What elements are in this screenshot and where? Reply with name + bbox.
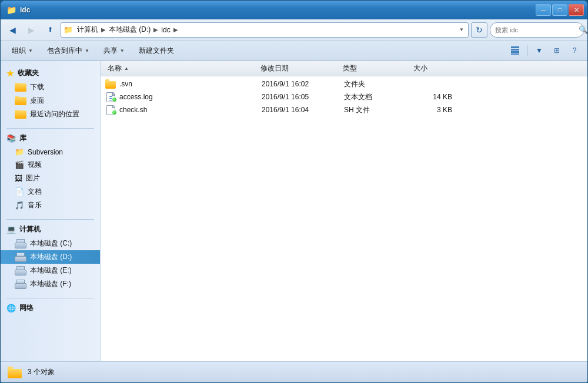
sidebar-section-computer: 💻 计算机 本地磁盘 (C:) 本地磁盘 (D:)	[1, 222, 100, 291]
breadcrumb-drive[interactable]: 本地磁盘 (D:)	[107, 24, 152, 35]
file-name-check-sh: check.sh	[119, 106, 262, 114]
help-button[interactable]: ?	[566, 43, 583, 58]
svg-rect-1	[511, 49, 519, 51]
breadcrumb-sep-3: ▶	[173, 26, 178, 33]
file-type-svn: 文件夹	[344, 79, 415, 89]
address-folder-icon: 📁	[64, 25, 73, 34]
breadcrumb: 计算机 ▶ 本地磁盘 (D:) ▶ idc ▶	[75, 24, 455, 35]
breadcrumb-idc[interactable]: idc	[159, 25, 172, 35]
sidebar-section-favorites: ★ 收藏夹 下载 桌面	[1, 66, 100, 121]
share-label: 共享	[103, 46, 118, 56]
network-label: 网络	[19, 303, 34, 313]
file-row-access-log[interactable]: access.log 2016/9/1 16:05 文本文档 14 KB	[101, 90, 587, 103]
include-library-button[interactable]: 包含到库中 ▼	[41, 43, 96, 58]
sidebar-item-drive-d[interactable]: 本地磁盘 (D:)	[1, 250, 100, 264]
view-controls: ▼ ⊞ ?	[507, 43, 583, 58]
share-dropdown-icon: ▼	[120, 48, 125, 53]
sidebar-item-images[interactable]: 🖼 图片	[1, 172, 100, 185]
drive-d-icon	[15, 253, 26, 262]
new-folder-button[interactable]: 新建文件夹	[132, 43, 181, 58]
music-icon: 🎵	[15, 201, 24, 210]
drive-e-icon	[15, 266, 26, 276]
sidebar-item-drive-e[interactable]: 本地磁盘 (E:)	[1, 264, 100, 277]
file-row-check-sh[interactable]: check.sh 2016/9/1 16:04 SH 文件 3 KB	[101, 103, 587, 116]
view-pane-button[interactable]: ⊞	[549, 43, 565, 58]
maximize-button[interactable]: □	[552, 4, 567, 16]
sidebar-divider-3	[6, 298, 94, 298]
folder-icon	[15, 110, 26, 119]
view-dropdown-button[interactable]: ▼	[531, 43, 547, 58]
include-library-dropdown-icon: ▼	[85, 48, 89, 53]
search-icon[interactable]: 🔍	[579, 25, 588, 34]
svg-rect-2	[511, 51, 519, 53]
sidebar-item-video[interactable]: 🎬 视频	[1, 158, 100, 172]
sidebar-item-label: 下载	[30, 82, 44, 92]
new-folder-label: 新建文件夹	[139, 46, 174, 56]
search-bar: 🔍	[490, 22, 584, 38]
col-header-name[interactable]: 名称 ▲	[105, 61, 258, 76]
forward-button[interactable]: ▶	[23, 22, 39, 38]
star-icon: ★	[6, 69, 14, 78]
sidebar-favorites-header[interactable]: ★ 收藏夹	[1, 66, 100, 80]
organize-dropdown-icon: ▼	[28, 48, 33, 53]
minimize-button[interactable]: ─	[536, 4, 551, 16]
sidebar-network-header[interactable]: 🌐 网络	[1, 301, 100, 315]
organize-button[interactable]: 组织 ▼	[5, 43, 39, 58]
breadcrumb-sep-2: ▶	[153, 26, 158, 33]
sidebar-section-libraries: 📚 库 📁 Subversion 🎬 视频 🖼 图片 📄 文档	[1, 131, 100, 212]
sidebar-divider-2	[6, 219, 94, 220]
sidebar-item-drive-f[interactable]: 本地磁盘 (F:)	[1, 277, 100, 291]
view-separator	[527, 45, 527, 56]
favorites-label: 收藏夹	[18, 68, 39, 78]
computer-icon: 💻	[6, 225, 16, 234]
drive-c-icon	[15, 239, 26, 248]
sidebar-item-music[interactable]: 🎵 音乐	[1, 199, 100, 212]
file-size-check-sh: 3 KB	[415, 106, 462, 114]
address-dropdown-button[interactable]: ▼	[457, 25, 466, 35]
sidebar-libraries-header[interactable]: 📚 库	[1, 131, 100, 146]
sidebar-item-desktop[interactable]: 桌面	[1, 94, 100, 107]
video-icon: 🎬	[15, 160, 24, 169]
libraries-label: 库	[19, 133, 26, 143]
col-header-date[interactable]: 修改日期	[258, 61, 340, 76]
svg-rect-0	[511, 46, 519, 48]
view-details-button[interactable]	[507, 43, 523, 58]
sidebar-item-drive-c[interactable]: 本地磁盘 (C:)	[1, 237, 100, 250]
sidebar-item-downloads[interactable]: 下载	[1, 80, 100, 94]
window-icon: 📁	[6, 5, 16, 15]
content-area: 名称 ▲ 修改日期 类型 大小	[101, 61, 587, 361]
share-button[interactable]: 共享 ▼	[97, 43, 131, 58]
up-button[interactable]: ⬆	[42, 22, 58, 38]
file-type-check-sh: SH 文件	[344, 105, 415, 115]
file-list: .svn 2016/9/1 16:02 文件夹	[101, 76, 587, 361]
file-date-svn: 2016/9/1 16:02	[262, 80, 344, 88]
file-row-svn[interactable]: .svn 2016/9/1 16:02 文件夹	[101, 78, 587, 90]
statusbar-count: 3 个对象	[28, 367, 55, 377]
sidebar-computer-header[interactable]: 💻 计算机	[1, 222, 100, 237]
sidebar-item-documents[interactable]: 📄 文档	[1, 185, 100, 199]
sort-arrow-name: ▲	[124, 66, 129, 71]
sidebar-item-label: 本地磁盘 (D:)	[30, 252, 72, 262]
col-header-type[interactable]: 类型	[340, 61, 411, 76]
close-button[interactable]: ✕	[569, 4, 584, 16]
back-button[interactable]: ◀	[4, 22, 21, 38]
main-area: ★ 收藏夹 下载 桌面	[1, 61, 587, 361]
sidebar-item-label: 视频	[28, 160, 42, 170]
file-icon-check-sh	[105, 105, 116, 115]
sidebar-item-subversion[interactable]: 📁 Subversion	[1, 146, 100, 158]
address-bar: 📁 计算机 ▶ 本地磁盘 (D:) ▶ idc ▶ ▼	[61, 22, 469, 38]
breadcrumb-computer[interactable]: 计算机	[75, 24, 100, 35]
col-header-size[interactable]: 大小	[411, 61, 458, 76]
sidebar-item-recent[interactable]: 最近访问的位置	[1, 107, 100, 121]
library-section-icon: 📚	[6, 134, 16, 143]
toolbar-area: ◀ ▶ ⬆ 📁 计算机 ▶ 本地磁盘 (D:) ▶ idc ▶ ▼ ↻ 🔍	[1, 19, 587, 61]
titlebar-left: 📁 idc	[6, 5, 30, 15]
search-input[interactable]	[495, 26, 576, 33]
sidebar-item-label: 本地磁盘 (E:)	[30, 266, 72, 276]
titlebar-buttons: ─ □ ✕	[536, 4, 584, 16]
sidebar-item-label: Subversion	[28, 148, 63, 156]
organize-label: 组织	[12, 46, 26, 56]
refresh-button[interactable]: ↻	[471, 22, 487, 38]
nav-bar: ◀ ▶ ⬆ 📁 计算机 ▶ 本地磁盘 (D:) ▶ idc ▶ ▼ ↻ 🔍	[1, 19, 587, 41]
svg-rect-3	[511, 53, 519, 55]
